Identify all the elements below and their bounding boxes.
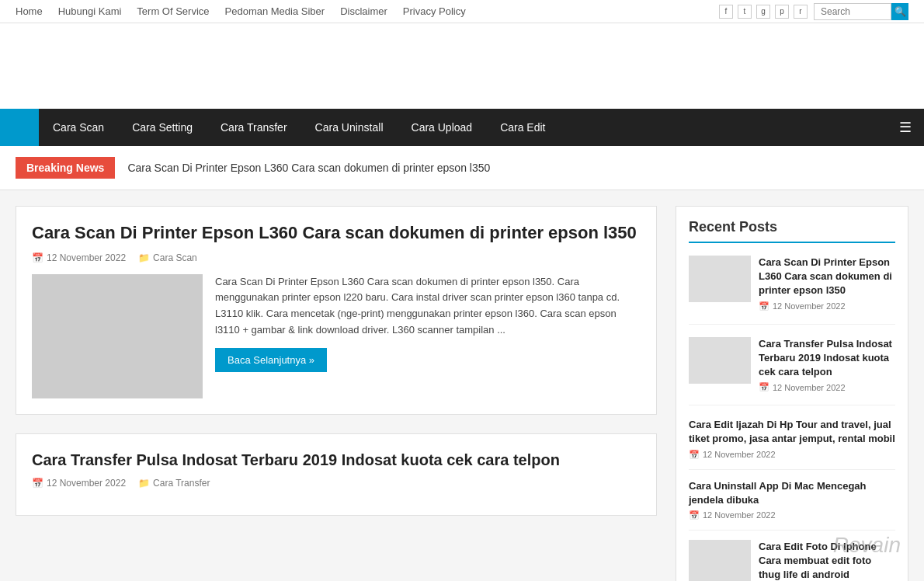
- article-date-2: 📅 12 November 2022: [32, 478, 126, 489]
- social-icon-2[interactable]: t: [738, 5, 752, 19]
- cal-icon-r4: 📅: [689, 510, 700, 520]
- nav-cara-uninstall[interactable]: Cara Uninstall: [301, 110, 398, 145]
- breaking-news-bar: Breaking News Cara Scan Di Printer Epson…: [0, 146, 924, 190]
- recent-post-thumb-5: [689, 540, 751, 581]
- nav-cara-upload[interactable]: Cara Upload: [398, 110, 487, 145]
- folder-icon-2: 📁: [138, 478, 150, 489]
- article-thumbnail-1: [32, 274, 203, 398]
- nav-link-home[interactable]: Home: [16, 5, 43, 17]
- nav-cara-edit[interactable]: Cara Edit: [486, 110, 559, 145]
- recent-post-thumb-2: [689, 337, 751, 384]
- social-icon-4[interactable]: p: [775, 5, 789, 19]
- article-category-2: 📁 Cara Transfer: [138, 478, 210, 489]
- nav-link-pedoman[interactable]: Pedoman Media Siber: [225, 5, 325, 17]
- article-excerpt-wrap: Cara Scan Di Printer Epson L360 Cara sca…: [215, 274, 641, 398]
- article-body-1: Cara Scan Di Printer Epson L360 Cara sca…: [32, 274, 641, 398]
- search-box: 🔍: [814, 3, 908, 20]
- recent-post-title-3[interactable]: Cara Edit Ijazah Di Hp Tour and travel, …: [689, 418, 895, 446]
- nav-link-privacy[interactable]: Privacy Policy: [403, 5, 466, 17]
- article-category-1: 📁 Cara Scan: [138, 252, 197, 263]
- article-card-1: Cara Scan Di Printer Epson L360 Cara sca…: [16, 206, 657, 415]
- sidebar: Recent Posts Cara Scan Di Printer Epson …: [676, 206, 908, 581]
- top-nav-right: f t g p r 🔍: [719, 3, 908, 20]
- social-icon-5[interactable]: r: [794, 5, 808, 19]
- recent-post-title-2[interactable]: Cara Transfer Pulsa Indosat Terbaru 2019…: [759, 337, 895, 380]
- article-excerpt-1: Cara Scan Di Printer Epson L360 Cara sca…: [215, 274, 641, 339]
- social-icon-3[interactable]: g: [756, 5, 770, 19]
- article-date-1: 📅 12 November 2022: [32, 252, 126, 263]
- read-more-button-1[interactable]: Baca Selanjutnya »: [215, 348, 327, 372]
- nav-link-hubungi[interactable]: Hubungi Kami: [58, 5, 122, 17]
- recent-post-date-3: 📅 12 November 2022: [689, 450, 895, 460]
- recent-post-4: Cara Uninstall App Di Mac Mencegah jende…: [689, 479, 895, 531]
- breaking-news-badge: Breaking News: [16, 157, 115, 179]
- cal-icon-r2: 📅: [759, 382, 769, 392]
- article-meta-2: 📅 12 November 2022 📁 Cara Transfer: [32, 478, 641, 489]
- top-nav-links: Home Hubungi Kami Term Of Service Pedoma…: [16, 5, 466, 17]
- top-navigation: Home Hubungi Kami Term Of Service Pedoma…: [0, 0, 924, 23]
- recent-post-1: Cara Scan Di Printer Epson L360 Cara sca…: [689, 256, 895, 325]
- article-card-2: Cara Transfer Pulsa Indosat Terbaru 2019…: [16, 433, 657, 516]
- logo-area: [0, 23, 924, 109]
- mobile-menu-button[interactable]: ☰: [887, 110, 924, 145]
- breaking-news-text: Cara Scan Di Printer Epson L360 Cara sca…: [127, 162, 490, 174]
- social-icons: f t g p r: [719, 5, 808, 19]
- recent-post-title-5[interactable]: Cara Edit Foto Di Iphone Cara membuat ed…: [759, 540, 895, 581]
- recent-post-date-2: 📅 12 November 2022: [759, 382, 895, 392]
- folder-icon: 📁: [138, 252, 150, 263]
- recent-post-date-4: 📅 12 November 2022: [689, 510, 895, 520]
- nav-cara-setting[interactable]: Cara Setting: [118, 110, 207, 145]
- recent-post-thumb-1: [689, 256, 751, 302]
- calendar-icon-2: 📅: [32, 478, 43, 489]
- recent-post-3: Cara Edit Ijazah Di Hp Tour and travel, …: [689, 418, 895, 469]
- nav-link-tos[interactable]: Term Of Service: [137, 5, 209, 17]
- article-meta-1: 📅 12 November 2022 📁 Cara Scan: [32, 252, 641, 263]
- calendar-icon: 📅: [32, 252, 43, 263]
- recent-post-2: Cara Transfer Pulsa Indosat Terbaru 2019…: [689, 337, 895, 406]
- main-navigation: Cara Scan Cara Setting Cara Transfer Car…: [0, 109, 924, 146]
- recent-post-info-5: Cara Edit Foto Di Iphone Cara membuat ed…: [759, 540, 895, 581]
- recent-post-title-1[interactable]: Cara Scan Di Printer Epson L360 Cara sca…: [759, 256, 895, 298]
- recent-post-title-4[interactable]: Cara Uninstall App Di Mac Mencegah jende…: [689, 479, 895, 507]
- recent-post-5: Cara Edit Foto Di Iphone Cara membuat ed…: [689, 540, 895, 581]
- main-column: Cara Scan Di Printer Epson L360 Cara sca…: [16, 206, 657, 581]
- page-content: Cara Scan Di Printer Epson L360 Cara sca…: [0, 190, 924, 581]
- main-nav-links: Cara Scan Cara Setting Cara Transfer Car…: [39, 110, 887, 145]
- search-button[interactable]: 🔍: [891, 3, 908, 20]
- cal-icon-r1: 📅: [759, 301, 769, 311]
- search-input[interactable]: [814, 3, 891, 20]
- cal-icon-r3: 📅: [689, 450, 700, 460]
- recent-posts-section: Recent Posts Cara Scan Di Printer Epson …: [676, 206, 908, 581]
- nav-cara-transfer[interactable]: Cara Transfer: [207, 110, 301, 145]
- recent-post-date-1: 📅 12 November 2022: [759, 301, 895, 311]
- nav-cara-scan[interactable]: Cara Scan: [39, 110, 118, 145]
- recent-post-info-2: Cara Transfer Pulsa Indosat Terbaru 2019…: [759, 337, 895, 393]
- article-title-1[interactable]: Cara Scan Di Printer Epson L360 Cara sca…: [32, 222, 641, 245]
- recent-posts-title: Recent Posts: [689, 219, 895, 243]
- article-title-2[interactable]: Cara Transfer Pulsa Indosat Terbaru 2019…: [32, 450, 641, 470]
- social-icon-1[interactable]: f: [719, 5, 733, 19]
- nav-link-disclaimer[interactable]: Disclaimer: [340, 5, 387, 17]
- recent-post-info-1: Cara Scan Di Printer Epson L360 Cara sca…: [759, 256, 895, 311]
- nav-accent: [0, 109, 39, 146]
